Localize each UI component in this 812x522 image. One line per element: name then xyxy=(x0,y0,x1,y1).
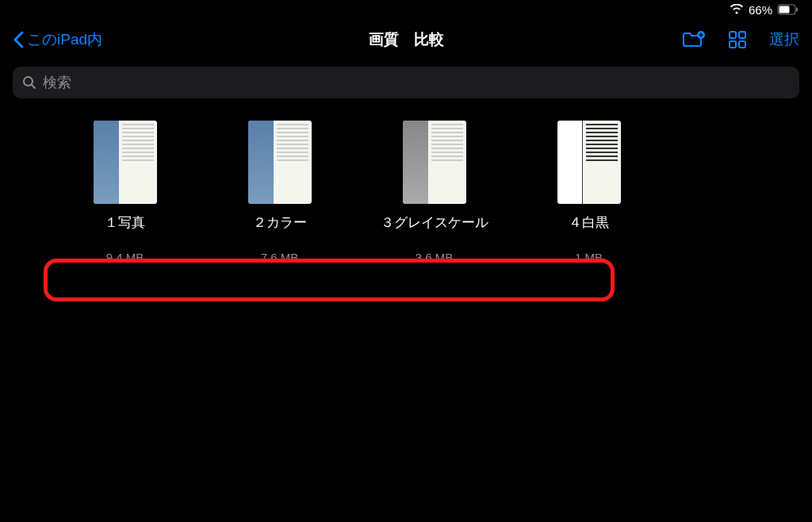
file-name: １写真 xyxy=(105,213,145,232)
file-item[interactable]: １写真 9.4 MB xyxy=(48,121,202,264)
svg-rect-7 xyxy=(739,41,745,48)
search-field[interactable] xyxy=(13,67,799,98)
file-grid: １写真 9.4 MB ２カラー 7.6 MB ３グレイスケール 3.6 MB xyxy=(0,121,812,264)
file-size: 3.6 MB xyxy=(416,251,454,264)
nav-bar: このiPad内 画質 比較 選択 xyxy=(0,19,812,60)
file-thumbnail xyxy=(94,121,157,204)
search-container xyxy=(0,60,812,108)
new-folder-icon[interactable] xyxy=(682,30,706,49)
file-name: ４白黒 xyxy=(569,213,609,232)
svg-rect-5 xyxy=(739,32,745,38)
back-button[interactable]: このiPad内 xyxy=(13,29,102,50)
wifi-icon xyxy=(730,4,744,15)
back-label: このiPad内 xyxy=(27,29,102,50)
page-title: 画質 比較 xyxy=(369,29,444,50)
svg-rect-4 xyxy=(730,32,736,38)
status-bar: 66% xyxy=(0,0,812,19)
grid-view-icon[interactable] xyxy=(728,30,747,49)
battery-percentage: 66% xyxy=(749,3,772,17)
file-size: 9.4 MB xyxy=(106,251,144,264)
file-size: 7.6 MB xyxy=(261,251,299,264)
select-button[interactable]: 選択 xyxy=(769,29,799,50)
search-icon xyxy=(22,75,36,90)
chevron-left-icon xyxy=(13,31,24,48)
file-thumbnail xyxy=(557,121,621,204)
file-thumbnail xyxy=(248,121,312,204)
nav-actions: 選択 xyxy=(682,29,799,50)
search-input[interactable] xyxy=(43,75,790,91)
file-item[interactable]: ３グレイスケール 3.6 MB xyxy=(357,121,511,264)
file-grid-container: １写真 9.4 MB ２カラー 7.6 MB ３グレイスケール 3.6 MB xyxy=(0,108,812,264)
svg-rect-1 xyxy=(779,6,790,13)
file-size: 1 MB xyxy=(575,251,603,264)
file-thumbnail xyxy=(403,121,466,204)
file-item[interactable]: ４白黒 1 MB xyxy=(511,121,666,264)
annotation-highlight xyxy=(44,259,615,301)
file-item[interactable]: ２カラー 7.6 MB xyxy=(202,121,357,264)
battery-icon xyxy=(777,4,799,15)
file-name: ３グレイスケール xyxy=(381,213,488,232)
file-name: ２カラー xyxy=(253,213,307,232)
svg-rect-6 xyxy=(730,41,736,48)
svg-rect-2 xyxy=(796,8,798,12)
